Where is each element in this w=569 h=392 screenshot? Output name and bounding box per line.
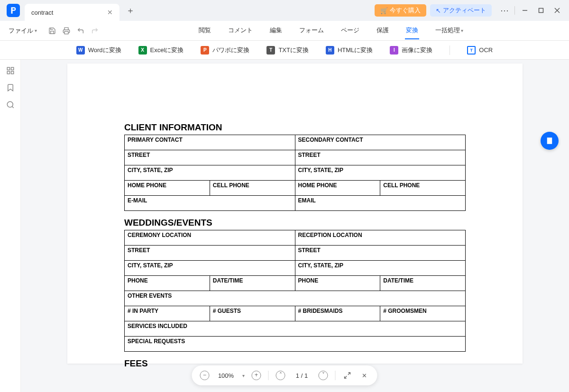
minimize-button[interactable] [517,3,533,18]
word-icon: W [76,46,85,55]
thumbnails-icon[interactable] [6,66,15,75]
zoom-dropdown-icon[interactable]: ▾ [242,373,245,378]
workspace: CLIENT INFORMATION PRIMARY CONTACTSECOND… [0,60,569,392]
section-client-info-title: CLIENT INFORMATION [124,122,466,133]
title-bar: contract ✕ ＋ 🛒 今すぐ購入 ↖ アクティベート ⋯ [0,0,569,21]
chevron-down-icon: ▾ [461,28,463,33]
undo-icon[interactable] [77,27,84,35]
close-window-button[interactable] [549,3,565,18]
svg-line-10 [12,106,13,108]
search-icon[interactable] [6,100,15,109]
menu-protect[interactable]: 保護 [376,22,390,39]
txt-icon: T [266,46,275,55]
menu-form[interactable]: フォーム [298,22,325,39]
menu-bar: ファイル ▾ 閲覧 コメント 編集 フォーム ページ 保護 変換 一括処理▾ [0,21,569,41]
svg-line-12 [345,376,347,378]
svg-rect-1 [539,9,543,13]
convert-toolbar: WWordに変換 XExcelに変換 Pパワポに変換 TTXTに変換 HHTML… [0,41,569,60]
section-weddings-title: WEDDINGS/EVENTS [124,218,466,228]
document-page: CLIENT INFORMATION PRIMARY CONTACTSECOND… [67,64,523,364]
chevron-down-icon: ▾ [35,28,37,33]
document-tab[interactable]: contract ✕ [25,4,119,21]
ppt-icon: P [201,46,209,55]
menu-convert[interactable]: 変換 [405,22,419,39]
save-icon[interactable] [48,27,56,35]
ocr-button[interactable]: TOCR [467,46,493,55]
tab-title: contract [31,9,53,16]
main-menu: 閲覧 コメント 編集 フォーム ページ 保護 変換 一括処理▾ [99,22,563,39]
cart-icon: 🛒 [380,7,388,14]
zoom-out-button[interactable]: − [200,370,210,381]
tab-close-icon[interactable]: ✕ [107,9,113,16]
redo-icon[interactable] [91,27,99,35]
convert-image-button[interactable]: I画像に変換 [390,46,432,55]
svg-rect-4 [64,31,68,34]
svg-rect-5 [7,67,9,70]
maximize-button[interactable] [533,3,549,18]
close-toolbar-button[interactable]: ✕ [359,370,370,381]
convert-word-button[interactable]: WWordに変換 [76,46,121,55]
prev-page-button[interactable]: ˄ [275,370,286,381]
page-indicator[interactable]: 1 / 1 [293,372,312,379]
document-viewport[interactable]: CLIENT INFORMATION PRIMARY CONTACTSECOND… [21,60,569,392]
menu-batch[interactable]: 一括処理▾ [434,22,464,39]
menu-page[interactable]: ページ [340,22,360,39]
next-page-button[interactable]: ˅ [318,370,329,381]
zoom-level[interactable]: 100% [217,372,236,379]
app-icon [7,4,20,17]
client-info-table: PRIMARY CONTACTSECONDARY CONTACT STREETS… [124,135,466,211]
convert-txt-button[interactable]: TTXTに変換 [266,46,309,55]
menu-view[interactable]: 閲覧 [198,22,212,39]
cursor-icon: ↖ [436,7,441,14]
more-menu-button[interactable]: ⋯ [496,3,513,18]
ocr-icon: T [467,46,476,55]
svg-rect-6 [11,67,13,70]
svg-rect-8 [11,72,13,74]
left-sidebar [0,60,21,392]
image-icon: I [390,46,398,55]
print-icon[interactable] [63,27,70,35]
convert-excel-button[interactable]: XExcelに変換 [138,46,184,55]
convert-ppt-button[interactable]: Pパワポに変換 [201,46,249,55]
weddings-table: CEREMONY LOCATIONRECEPTION LOCATION STRE… [124,230,466,352]
quick-word-export-button[interactable] [541,132,559,150]
excel-icon: X [138,46,147,55]
menu-edit[interactable]: 編集 [269,22,283,39]
zoom-in-button[interactable]: + [251,370,262,381]
activate-button[interactable]: ↖ アクティベート [430,4,492,17]
bottom-toolbar: − 100% ▾ + ˄ 1 / 1 ˅ ✕ [192,365,377,385]
fullscreen-button[interactable] [342,370,353,381]
convert-html-button[interactable]: HHTMLに変換 [326,46,373,55]
svg-rect-7 [7,72,9,74]
bookmark-icon[interactable] [6,83,15,92]
buy-now-button[interactable]: 🛒 今すぐ購入 [375,4,426,17]
svg-point-9 [7,101,13,107]
svg-line-11 [348,373,350,375]
menu-comment[interactable]: コメント [227,22,254,39]
html-icon: H [326,46,334,55]
file-menu[interactable]: ファイル ▾ [6,25,40,37]
new-tab-button[interactable]: ＋ [123,3,138,18]
